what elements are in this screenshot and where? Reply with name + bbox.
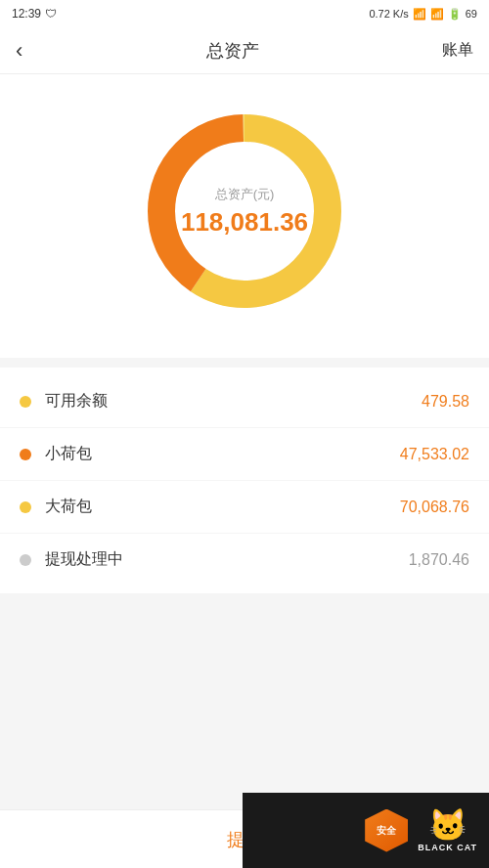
status-left: 12:39 🛡 <box>12 7 57 21</box>
asset-label-2: 大荷包 <box>45 497 400 517</box>
asset-value-2: 70,068.76 <box>400 499 469 516</box>
status-bar: 12:39 🛡 0.72 K/s 📶 📶 🔋 69 <box>0 0 489 27</box>
shield-badge: 安全 <box>365 809 408 852</box>
wifi-icon: 📶 <box>413 8 426 21</box>
status-right: 0.72 K/s 📶 📶 🔋 69 <box>369 8 477 21</box>
chart-value: 118,081.36 <box>181 207 308 238</box>
asset-value-3: 1,870.46 <box>409 551 469 569</box>
page-title: 总资产 <box>206 39 259 63</box>
watermark: 安全 🐱 BLACK CAT <box>243 793 489 868</box>
asset-value-1: 47,533.02 <box>400 446 469 463</box>
dot-available <box>20 396 31 408</box>
asset-label-0: 可用余额 <box>45 391 422 412</box>
list-item: 大荷包 70,068.76 <box>0 481 489 534</box>
header: ‹ 总资产 账单 <box>0 27 489 74</box>
list-item: 小荷包 47,533.02 <box>0 428 489 481</box>
battery-icon: 🔋 <box>448 8 462 21</box>
back-button[interactable]: ‹ <box>16 38 22 64</box>
network-speed: 0.72 K/s <box>369 8 408 20</box>
cat-emoji-icon: 🐱 <box>428 809 467 841</box>
asset-value-0: 479.58 <box>422 393 469 411</box>
status-time: 12:39 <box>12 7 41 21</box>
list-item: 提现处理中 1,870.46 <box>0 534 489 586</box>
dot-xiaohe <box>20 449 31 460</box>
dot-dahe <box>20 501 31 513</box>
chart-center: 总资产(元) 118,081.36 <box>181 186 308 238</box>
battery-level: 69 <box>466 8 477 20</box>
bill-button[interactable]: 账单 <box>442 40 473 61</box>
shield-icon: 🛡 <box>45 7 57 21</box>
black-cat-label: BLACK CAT <box>418 843 477 852</box>
divider <box>0 358 489 368</box>
chart-label: 总资产(元) <box>181 186 308 203</box>
list-item: 可用余额 479.58 <box>0 375 489 428</box>
asset-list: 可用余额 479.58 小荷包 47,533.02 大荷包 70,068.76 … <box>0 368 489 593</box>
signal-icon: 📶 <box>430 8 444 21</box>
dot-processing <box>20 554 31 566</box>
chart-area: 总资产(元) 118,081.36 <box>0 74 489 358</box>
asset-label-3: 提现处理中 <box>45 549 409 570</box>
cat-logo: 🐱 BLACK CAT <box>418 809 477 852</box>
asset-label-1: 小荷包 <box>45 444 400 464</box>
donut-chart: 总资产(元) 118,081.36 <box>137 104 352 319</box>
shield-text: 安全 <box>377 824 396 838</box>
